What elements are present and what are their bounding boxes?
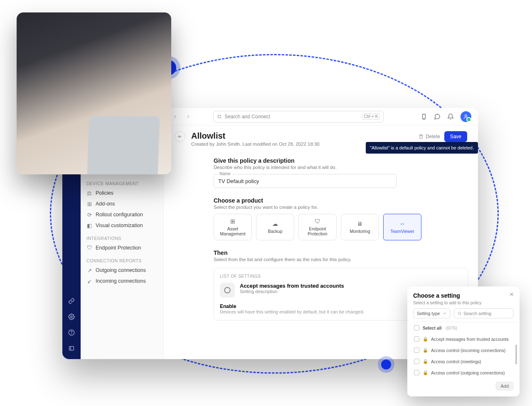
rail-icon-gear[interactable] <box>66 312 76 322</box>
sidebar-item-visual[interactable]: ◧Visual customization <box>81 220 163 231</box>
panel-sub: Select a setting to add to this policy <box>413 300 514 305</box>
then-heading: Then <box>214 249 468 256</box>
delete-link[interactable]: Delete <box>419 134 440 139</box>
product-monitoring[interactable]: 🖥Monitoring <box>341 214 379 240</box>
sidebar-heading-device-mgmt: DEVICE MANAGEMENT <box>81 176 163 188</box>
policy-icon: ⚖ <box>86 190 92 196</box>
option-row[interactable]: 🔒Accept messages from trusted accounts <box>413 333 515 345</box>
outgoing-icon: ↗ <box>86 267 92 273</box>
shield-icon: 🛡 <box>86 245 92 251</box>
product-sub: Select the product you want to create a … <box>214 205 468 210</box>
list-of-settings-label: LIST OF SETTINGS <box>220 274 462 279</box>
shield-icon: 🛡 <box>315 218 320 225</box>
checkbox[interactable] <box>414 347 419 353</box>
setting-type-select[interactable]: Setting type <box>413 308 451 318</box>
option-row[interactable]: 🔒Access control (outgoing connections) <box>413 367 515 378</box>
visual-icon: ◧ <box>86 223 92 228</box>
svg-rect-9 <box>69 346 74 350</box>
select-all-option[interactable]: Select all(0/76) <box>413 322 515 333</box>
product-teamviewer[interactable]: ↔TeamViewer <box>383 214 421 240</box>
page-header: Allowlist Created by John Smith. Last mo… <box>164 125 478 151</box>
checkbox[interactable] <box>414 370 419 375</box>
nav-forward[interactable] <box>184 112 193 121</box>
bell-icon[interactable] <box>447 113 454 120</box>
add-button[interactable]: Add <box>495 382 514 391</box>
describe-heading: Give this policy a description <box>214 157 468 164</box>
chat-icon[interactable] <box>434 113 441 120</box>
choose-setting-panel: Choose a setting Select a setting to add… <box>407 286 520 396</box>
page-meta: Created by John Smith. Last modified on … <box>191 142 320 147</box>
lock-icon: 🔒 <box>423 336 428 342</box>
search-icon <box>458 311 462 316</box>
sidebar-heading-integrations: INTEGRATIONS <box>81 231 163 242</box>
search-icon <box>217 114 222 119</box>
rail-icon-collapse[interactable] <box>66 343 76 353</box>
sidebar-item-outgoing[interactable]: ↗Outgoing connections <box>81 265 163 276</box>
sidebar-item-incoming[interactable]: ↙Incoming connections <box>81 276 163 286</box>
setting-options-list: Select all(0/76) 🔒Accept messages from t… <box>413 322 517 378</box>
global-search[interactable]: Search and Connect Ctrl + K <box>213 111 384 122</box>
svg-point-10 <box>218 115 221 118</box>
back-button[interactable] <box>175 131 185 142</box>
checkbox[interactable] <box>414 359 419 364</box>
lock-icon: 🔒 <box>423 359 428 364</box>
rail-icon-link[interactable] <box>66 296 76 306</box>
nav-back[interactable] <box>170 112 180 121</box>
sidebar-item-endpoint-protection[interactable]: 🛡Endpoint Protection <box>81 242 163 253</box>
trash-icon <box>419 134 424 139</box>
option-row[interactable]: 🔒Access control (meetings) <box>413 356 515 367</box>
svg-point-6 <box>71 316 72 318</box>
addon-icon: ⊞ <box>86 201 92 207</box>
svg-point-12 <box>465 115 467 117</box>
lock-icon: 🔒 <box>423 370 428 375</box>
panel-search-input[interactable]: Search setting <box>454 308 514 318</box>
product-heading: Choose a product <box>214 197 468 204</box>
panel-scrollbar[interactable] <box>515 345 517 364</box>
cloud-icon: ☁ <box>272 220 278 227</box>
incoming-icon: ↙ <box>86 278 92 284</box>
setting-sub: Setting description <box>240 289 344 294</box>
setting-title: Accept messages from trusted accounts <box>240 283 344 289</box>
page-title: Allowlist <box>191 131 320 141</box>
save-button[interactable]: Save <box>444 131 467 142</box>
panel-title: Choose a setting <box>413 292 514 299</box>
name-label: Name <box>218 171 232 176</box>
product-endpoint-protection[interactable]: 🛡Endpoint Protection <box>298 214 337 240</box>
monitor-icon: 🖥 <box>357 220 363 227</box>
delete-tooltip: "Allowlist" is a default policy and cann… <box>366 142 478 154</box>
rollout-icon: ⟳ <box>86 212 92 218</box>
sidebar-item-addons[interactable]: ⊞Add-ons <box>81 198 163 209</box>
rail-icon-help[interactable] <box>66 328 76 338</box>
hero-photo <box>17 12 171 174</box>
sidebar-item-policies[interactable]: ⚖Policies <box>81 188 163 198</box>
chevron-down-icon <box>443 311 447 316</box>
policy-name-input[interactable] <box>214 174 397 188</box>
svg-point-8 <box>71 334 72 334</box>
checkbox[interactable] <box>414 336 419 342</box>
lock-icon: 🔒 <box>423 347 428 353</box>
device-icon[interactable] <box>421 113 427 120</box>
sidebar-item-rollout[interactable]: ⟳Rollout configuration <box>81 209 163 220</box>
describe-sub: Describe who this policy is intended for… <box>214 165 468 170</box>
search-placeholder: Search and Connect <box>224 114 270 120</box>
checkbox[interactable] <box>414 325 419 330</box>
search-shortcut: Ctrl + K <box>362 113 380 120</box>
topbar: Search and Connect Ctrl + K <box>164 108 478 125</box>
message-icon <box>220 283 235 298</box>
product-backup[interactable]: ☁Backup <box>256 214 294 240</box>
sidebar-heading-conn-reports: CONNECTION REPORTS <box>81 253 163 265</box>
teamviewer-icon: ↔ <box>399 220 405 227</box>
panel-close-button[interactable] <box>509 291 515 297</box>
user-avatar[interactable] <box>461 111 471 122</box>
grid-icon: ⊞ <box>230 218 235 225</box>
svg-point-14 <box>458 312 461 315</box>
option-row[interactable]: 🔒Access control (incoming connections) <box>413 345 515 356</box>
then-sub: Select from the list and configure them … <box>214 257 468 262</box>
product-asset-management[interactable]: ⊞Asset Management <box>214 214 252 240</box>
